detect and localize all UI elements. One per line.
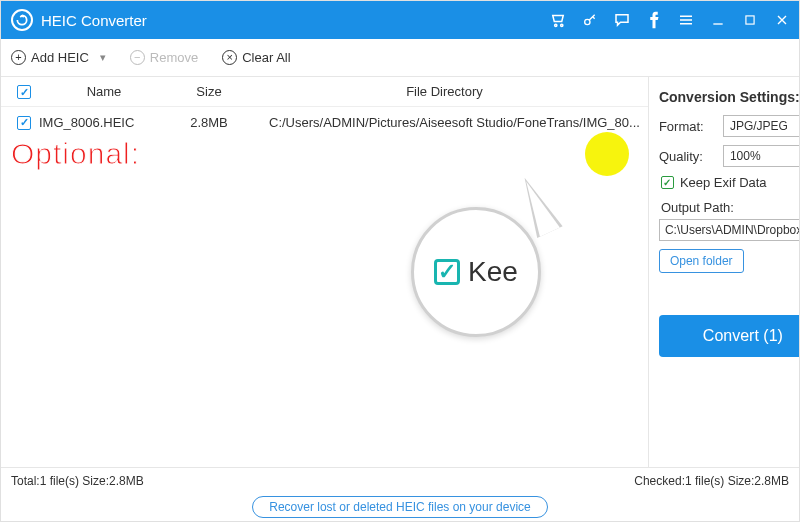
quality-label: Quality: bbox=[659, 149, 715, 164]
title-bar: HEIC Converter bbox=[1, 1, 799, 39]
col-name: Name bbox=[39, 84, 169, 99]
magnified-checkbox-icon bbox=[434, 259, 460, 285]
facebook-icon[interactable] bbox=[645, 11, 663, 29]
table-header: Name Size File Directory bbox=[1, 77, 648, 107]
key-icon[interactable] bbox=[581, 11, 599, 29]
app-logo-icon bbox=[11, 9, 33, 31]
format-value: JPG/JPEG bbox=[730, 119, 788, 133]
optional-annotation: Optional: bbox=[11, 137, 140, 171]
settings-title: Conversion Settings: bbox=[659, 89, 800, 105]
clear-all-label: Clear All bbox=[242, 50, 290, 65]
quality-stepper[interactable]: 100% ▲▼ bbox=[723, 145, 800, 167]
recover-link[interactable]: Recover lost or deleted HEIC files on yo… bbox=[252, 496, 547, 518]
quality-value: 100% bbox=[730, 149, 761, 163]
cart-icon[interactable] bbox=[549, 11, 567, 29]
file-list-panel: Name Size File Directory IMG_8006.HEIC 2… bbox=[1, 77, 649, 467]
checkbox-checked-icon bbox=[661, 176, 674, 189]
chat-icon[interactable] bbox=[613, 11, 631, 29]
chevron-down-icon[interactable]: ▾ bbox=[100, 51, 106, 64]
toolbar: + Add HEIC ▾ − Remove × Clear All bbox=[1, 39, 799, 77]
add-heic-label: Add HEIC bbox=[31, 50, 89, 65]
clear-all-button[interactable]: × Clear All bbox=[222, 50, 290, 65]
status-checked: Checked:1 file(s) Size:2.8MB bbox=[634, 474, 789, 488]
convert-button[interactable]: Convert (1) bbox=[659, 315, 800, 357]
magnifier: Kee bbox=[411, 207, 541, 337]
open-folder-button[interactable]: Open folder bbox=[659, 249, 744, 273]
plus-icon: + bbox=[11, 50, 26, 65]
add-heic-button[interactable]: + Add HEIC ▾ bbox=[11, 50, 106, 65]
magnifier-circle: Kee bbox=[411, 207, 541, 337]
menu-icon[interactable] bbox=[677, 11, 695, 29]
magnified-text: Kee bbox=[468, 256, 518, 288]
row-size: 2.8MB bbox=[169, 115, 249, 130]
table-row[interactable]: IMG_8006.HEIC 2.8MB C:/Users/ADMIN/Pictu… bbox=[1, 107, 648, 137]
row-dir: C:/Users/ADMIN/Pictures/Aiseesoft Studio… bbox=[249, 115, 640, 130]
minus-icon: − bbox=[130, 50, 145, 65]
select-all-checkbox[interactable] bbox=[17, 85, 31, 99]
keep-exif-checkbox[interactable]: Keep Exif Data bbox=[661, 175, 800, 190]
svg-point-1 bbox=[561, 24, 563, 26]
minimize-icon[interactable] bbox=[709, 11, 727, 29]
settings-panel: Conversion Settings: Format: JPG/JPEG ▾ … bbox=[649, 77, 800, 467]
format-label: Format: bbox=[659, 119, 715, 134]
main-area: Name Size File Directory IMG_8006.HEIC 2… bbox=[1, 77, 799, 467]
svg-rect-3 bbox=[746, 16, 754, 24]
col-size: Size bbox=[169, 84, 249, 99]
bottom-banner: Recover lost or deleted HEIC files on yo… bbox=[1, 493, 799, 521]
close-icon[interactable] bbox=[773, 11, 791, 29]
output-path-field[interactable]: C:\Users\ADMIN\Dropbox\PC\ bbox=[659, 219, 800, 241]
status-total: Total:1 file(s) Size:2.8MB bbox=[11, 474, 144, 488]
remove-label: Remove bbox=[150, 50, 198, 65]
svg-point-0 bbox=[555, 24, 557, 26]
remove-button: − Remove bbox=[130, 50, 198, 65]
output-path-value: C:\Users\ADMIN\Dropbox\PC\ bbox=[665, 223, 800, 237]
col-dir: File Directory bbox=[249, 84, 640, 99]
row-name: IMG_8006.HEIC bbox=[39, 115, 169, 130]
format-select[interactable]: JPG/JPEG ▾ bbox=[723, 115, 800, 137]
status-bar: Total:1 file(s) Size:2.8MB Checked:1 fil… bbox=[1, 467, 799, 493]
x-icon: × bbox=[222, 50, 237, 65]
title-icon-group bbox=[549, 11, 791, 29]
svg-point-2 bbox=[585, 19, 590, 24]
maximize-icon[interactable] bbox=[741, 11, 759, 29]
keep-exif-label: Keep Exif Data bbox=[680, 175, 767, 190]
app-title: HEIC Converter bbox=[41, 12, 147, 29]
output-path-label: Output Path: bbox=[661, 200, 800, 215]
row-checkbox[interactable] bbox=[17, 116, 31, 130]
